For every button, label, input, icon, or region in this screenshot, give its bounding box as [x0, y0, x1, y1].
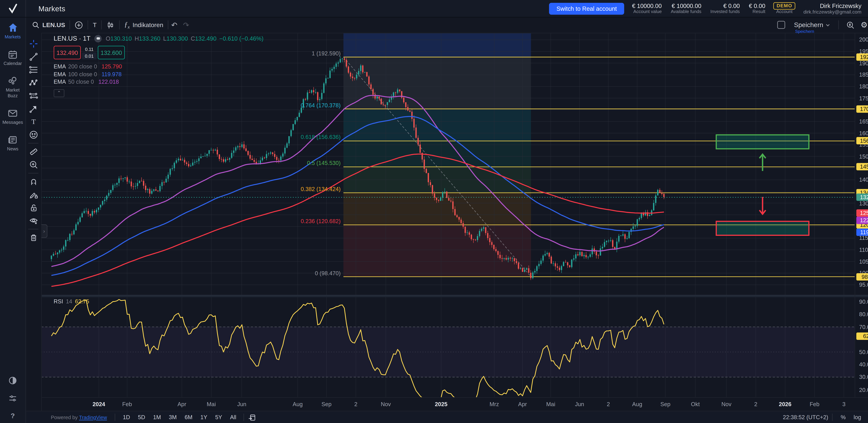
price-tick: 190.000 [859, 60, 868, 66]
symbol-search-button[interactable]: LEN.US [28, 19, 70, 31]
price-tick: 50.00 [859, 349, 868, 355]
toolbar-collapse-handle[interactable]: › [41, 224, 48, 238]
auto-scale-button[interactable]: auto [865, 413, 868, 422]
price-tick: 160.000 [859, 130, 868, 136]
range-button-5y[interactable]: 5Y [212, 413, 225, 422]
chevron-down-icon [826, 22, 831, 27]
text-tool[interactable]: T [27, 115, 40, 128]
price-tick: 165.000 [859, 118, 868, 124]
contrast-icon[interactable] [8, 375, 18, 385]
stay-in-drawing-mode-tool[interactable] [27, 188, 40, 201]
trend-line-tool[interactable] [27, 50, 40, 63]
range-button-1d[interactable]: 1D [119, 413, 133, 422]
chart-style-button[interactable] [102, 19, 119, 31]
tradingview-link[interactable]: TradingView [79, 415, 107, 420]
sell-button[interactable]: 132.490 [54, 46, 81, 59]
interval-button[interactable]: T [88, 19, 101, 31]
lock-drawings-tool[interactable] [27, 201, 40, 214]
layout-checkbox[interactable] [777, 21, 785, 29]
chart-bottom-bar: Powered by TradingView 1D5D1M3M6M1Y5YAll… [25, 411, 868, 423]
sidebar-item-market-buzz[interactable]: MarketBuzz [0, 71, 25, 102]
magnet-tool[interactable] [27, 175, 40, 188]
time-label: Mrz [490, 401, 499, 407]
fib-zone [343, 109, 531, 141]
range-button-3m[interactable]: 3M [165, 413, 180, 422]
legend-ema-200[interactable]: EMA200 close 0125.790 [54, 63, 264, 70]
sidebar-item-calendar[interactable]: Calendar [0, 44, 25, 71]
help-icon[interactable]: ? [10, 412, 15, 420]
time-axis[interactable]: 2024FebAprMaiJunAugSep2Nov2025MrzAprMaiJ… [25, 397, 868, 411]
stat-result: € 0.00Result [749, 2, 765, 14]
buy-button[interactable]: 132.600 [98, 46, 125, 59]
undo-button[interactable]: ↶ [168, 19, 180, 31]
fib-level-label: 0.764 (170.378) [301, 102, 341, 108]
user-name: Dirk Friczewsky [820, 2, 861, 9]
crosshair-tool[interactable] [27, 37, 40, 50]
price-label: 125.790 [856, 209, 868, 216]
sidebar-item-news[interactable]: News [0, 129, 25, 156]
fib-level-label: 0 (98.470) [315, 270, 341, 276]
range-button-1y[interactable]: 1Y [197, 413, 211, 422]
range-button-6m[interactable]: 6M [181, 413, 196, 422]
sidebar-item-messages[interactable]: Messages [0, 102, 25, 129]
rectangle-drawing[interactable] [716, 221, 809, 235]
zoom-in-tool[interactable] [27, 158, 40, 171]
fib-level-label: 0.382 (134.424) [301, 186, 341, 192]
legend-collapse-button[interactable]: ⌃ [54, 89, 64, 97]
settings-gear-icon[interactable]: ⚙ [858, 19, 868, 31]
switch-to-real-account-button[interactable]: Switch to Real account [549, 3, 624, 14]
time-label: Aug [293, 401, 303, 407]
clock[interactable]: 22:38:52 (UTC+2) [783, 414, 828, 421]
range-button-5d[interactable]: 5D [134, 413, 149, 422]
rectangle-drawing[interactable] [716, 135, 809, 149]
legend-visibility-icon[interactable] [94, 35, 102, 42]
remove-drawings-tool[interactable] [27, 231, 40, 244]
price-label: 192.590 [856, 53, 868, 61]
preferences-icon[interactable] [8, 394, 18, 403]
ruler-tool[interactable] [27, 145, 40, 158]
legend-ema-100[interactable]: EMA100 close 0119.978 [54, 70, 264, 78]
app-logo-icon[interactable] [0, 0, 26, 17]
fib-zone [343, 33, 531, 57]
price-label: 132.490 [856, 193, 868, 201]
range-button-1m[interactable]: 1M [150, 413, 164, 422]
legend-ema-50[interactable]: EMA50 close 0122.018 [54, 78, 264, 86]
plus-circle-icon [75, 21, 83, 29]
pane-separator[interactable] [41, 295, 868, 297]
emoji-tool[interactable] [27, 128, 40, 141]
projection-tool[interactable] [27, 89, 40, 102]
price-label: 145.530 [856, 163, 868, 171]
stat-invested-funds: € 0.00Invested funds [710, 2, 740, 14]
time-label: Feb [810, 401, 819, 407]
quick-search-icon[interactable] [843, 19, 858, 31]
price-label: 98.470 [856, 273, 868, 280]
redo-button[interactable]: ↷ [180, 19, 192, 31]
time-label: Okt [691, 401, 700, 407]
fib-retracement-tool[interactable] [27, 63, 40, 76]
xabcd-pattern-tool[interactable] [27, 76, 40, 89]
log-scale-button[interactable]: log [849, 413, 865, 422]
time-label: Mai [207, 401, 216, 407]
sidebar-item-markets[interactable]: Markets [0, 17, 25, 44]
time-label: Sep [321, 401, 332, 407]
hide-drawings-tool[interactable] [27, 214, 40, 227]
go-to-date-icon[interactable] [248, 414, 256, 421]
range-button-all[interactable]: All [226, 413, 240, 422]
time-label: 2 [754, 401, 757, 407]
percent-scale-button[interactable]: % [837, 413, 850, 422]
compare-button[interactable] [70, 19, 88, 31]
rsi-legend[interactable]: RSI 14 62.75 [54, 298, 89, 305]
save-button[interactable]: Speichern Speichern [790, 22, 834, 28]
arrow-marker-tool[interactable] [27, 102, 40, 115]
price-tick: 20.00 [859, 387, 868, 393]
time-label: 3 [842, 401, 845, 407]
ohlc-values: O130.310 H133.260 L130.300 C132.490 −0.6… [106, 35, 264, 42]
price-axis[interactable]: 200.000195.000190.000185.000180.000175.0… [855, 33, 868, 397]
indicators-button[interactable]: ƒx Indikatoren [120, 19, 168, 31]
buzz-icon [7, 76, 18, 87]
legend-symbol-title[interactable]: LEN.US · 1T [54, 35, 90, 42]
save-sub-label: Speichern [795, 29, 814, 34]
user-info[interactable]: Dirk Friczewsky dirk.friczewsky@gmail.co… [803, 2, 861, 15]
price-tick: 115.000 [859, 235, 868, 241]
time-label: 2024 [93, 401, 105, 407]
